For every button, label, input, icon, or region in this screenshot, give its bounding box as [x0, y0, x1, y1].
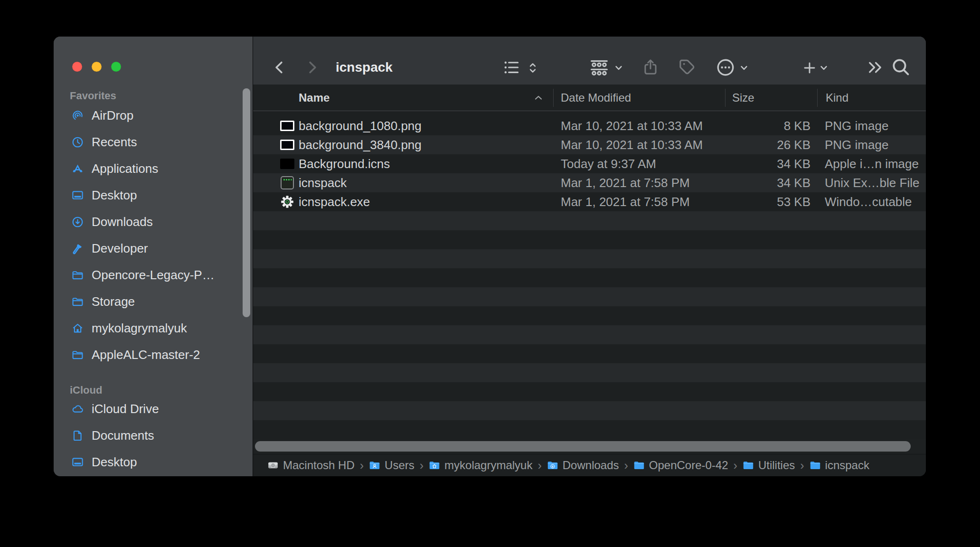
group-by-button[interactable] — [588, 59, 610, 76]
tag-button[interactable] — [678, 57, 697, 76]
empty-row — [253, 382, 926, 401]
file-kind: PNG image — [825, 116, 888, 135]
path-label: mykolagrymalyuk — [444, 459, 532, 472]
path-label: Macintosh HD — [283, 459, 355, 472]
new-chevron-down-icon[interactable] — [819, 63, 829, 73]
empty-row — [253, 325, 926, 344]
sidebar-item-downloads[interactable]: Downloads — [54, 208, 253, 235]
path-item-users[interactable]: Users — [369, 459, 415, 472]
empty-row — [253, 344, 926, 363]
window-title: icnspack — [336, 59, 393, 76]
sidebar-item-developer[interactable]: Developer — [54, 235, 253, 262]
file-row-background-1080[interactable]: background_1080.png Mar 10, 2021 at 10:3… — [253, 116, 926, 135]
column-divider[interactable] — [725, 89, 726, 107]
path-label: Downloads — [563, 459, 619, 472]
empty-row — [253, 211, 926, 230]
empty-row — [253, 287, 926, 306]
download-circle-icon — [71, 216, 84, 228]
file-row-icnspack[interactable]: icnspack Mar 1, 2021 at 7:58 PM 34 KB Un… — [253, 173, 926, 192]
view-chevron-updown-icon[interactable] — [527, 59, 539, 76]
file-list: background_1080.png Mar 10, 2021 at 10:3… — [253, 116, 926, 439]
sort-ascending-icon — [532, 92, 545, 106]
hammer-icon — [71, 242, 84, 255]
horizontal-scrollbar-thumb[interactable] — [255, 441, 911, 452]
hard-drive-icon — [267, 460, 279, 471]
more-actions-button[interactable] — [716, 57, 735, 77]
finder-window: Favorites AirDrop Recents Applications D… — [54, 37, 926, 476]
minimize-button[interactable] — [92, 62, 102, 72]
view-as-list-icon[interactable] — [502, 58, 521, 76]
share-button[interactable] — [641, 57, 660, 77]
sidebar-item-label: Storage — [92, 294, 135, 309]
file-name: Background.icns — [299, 154, 390, 173]
column-header-kind[interactable]: Kind — [826, 85, 848, 111]
sidebar-item-desktop-icloud[interactable]: Desktop — [54, 449, 253, 475]
airdrop-icon — [71, 109, 84, 122]
empty-row — [253, 363, 926, 382]
sidebar-scrollbar[interactable] — [243, 88, 250, 317]
column-header-name[interactable]: Name — [299, 85, 330, 111]
sidebar-item-recents[interactable]: Recents — [54, 129, 253, 155]
sidebar-item-icloud-drive[interactable]: iCloud Drive — [54, 396, 253, 422]
sidebar-item-home[interactable]: mykolagrymalyuk — [54, 315, 253, 341]
desktop-icon — [71, 189, 84, 202]
file-row-background-icns[interactable]: Background.icns Today at 9:37 AM 34 KB A… — [253, 154, 926, 173]
file-row-icnspack-exe[interactable]: icnspack.exe Mar 1, 2021 at 7:58 PM 53 K… — [253, 192, 926, 211]
column-header-date-modified[interactable]: Date Modified — [561, 85, 631, 111]
terminal-file-icon — [281, 176, 294, 189]
file-name: background_3840.png — [299, 135, 422, 154]
group-chevron-down-icon[interactable] — [614, 63, 623, 73]
clock-icon — [71, 136, 84, 149]
horizontal-scrollbar-track[interactable] — [253, 439, 926, 454]
sidebar-item-applealc[interactable]: AppleALC-master-2 — [54, 341, 253, 368]
sidebar-item-opencore-legacy[interactable]: Opencore-Legacy-P… — [54, 262, 253, 288]
column-divider[interactable] — [553, 89, 554, 107]
path-separator: › — [624, 459, 628, 472]
file-name: icnspack — [299, 173, 347, 192]
column-header-size[interactable]: Size — [732, 85, 754, 111]
path-item-opencore[interactable]: OpenCore-0-42 — [633, 459, 728, 472]
new-folder-button[interactable] — [802, 59, 817, 76]
sidebar-item-label: Downloads — [92, 215, 153, 229]
path-item-macintosh-hd[interactable]: Macintosh HD — [267, 459, 355, 472]
path-bar: Macintosh HD › Users › mykolagrymalyuk ›… — [253, 454, 926, 476]
folder-downloads-icon — [547, 460, 558, 471]
sidebar-item-airdrop[interactable]: AirDrop — [54, 102, 253, 129]
folder-icon — [71, 269, 84, 282]
sidebar-item-label: Recents — [92, 135, 137, 150]
file-date-modified: Mar 10, 2021 at 10:33 AM — [561, 116, 703, 135]
desktop-icon — [71, 456, 84, 469]
sidebar-item-label: iCloud Drive — [92, 402, 159, 416]
column-divider[interactable] — [817, 89, 818, 107]
sidebar-item-storage[interactable]: Storage — [54, 288, 253, 315]
path-item-utilities[interactable]: Utilities — [743, 459, 795, 472]
gear-executable-icon — [279, 192, 295, 211]
path-item-downloads[interactable]: Downloads — [547, 459, 619, 472]
file-size: 26 KB — [725, 135, 810, 154]
path-item-icnspack[interactable]: icnspack — [810, 459, 869, 472]
empty-row — [253, 401, 926, 420]
path-label: icnspack — [825, 459, 869, 472]
close-button[interactable] — [72, 62, 82, 72]
list-header: Name Date Modified Size Kind — [253, 85, 926, 111]
search-button[interactable] — [890, 57, 911, 77]
back-button[interactable] — [271, 57, 288, 77]
home-icon — [71, 322, 84, 335]
file-row-background-3840[interactable]: background_3840.png Mar 10, 2021 at 10:3… — [253, 135, 926, 154]
sidebar-section-favorites: Favorites — [70, 90, 253, 102]
sidebar-item-label: Documents — [92, 428, 154, 443]
sidebar-item-documents[interactable]: Documents — [54, 422, 253, 449]
path-item-home[interactable]: mykolagrymalyuk — [429, 459, 532, 472]
zoom-button[interactable] — [111, 62, 121, 72]
sidebar-item-applications[interactable]: Applications — [54, 155, 253, 182]
sidebar: Favorites AirDrop Recents Applications D… — [54, 37, 253, 476]
sidebar-item-desktop[interactable]: Desktop — [54, 182, 253, 208]
file-name: background_1080.png — [299, 116, 422, 135]
more-chevron-down-icon[interactable] — [739, 63, 749, 73]
png-thumbnail-icon — [280, 140, 294, 150]
toolbar-overflow-button[interactable] — [867, 58, 884, 76]
forward-button[interactable] — [303, 57, 320, 77]
sidebar-item-label: Opencore-Legacy-P… — [92, 268, 215, 283]
main-area: icnspack Name Date Modified Size Kind — [253, 37, 926, 476]
png-thumbnail-icon — [280, 121, 294, 131]
